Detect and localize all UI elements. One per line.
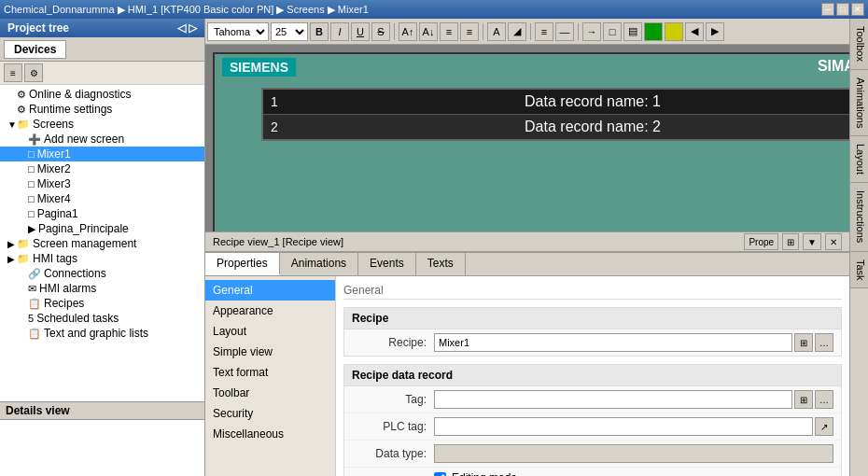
tag-more-btn[interactable]: … (815, 390, 833, 409)
tree-toolbar-btn-1[interactable]: ≡ (4, 63, 22, 82)
tab-texts[interactable]: Texts (416, 253, 466, 275)
toolbox-tab[interactable]: Toolbox (850, 19, 868, 70)
window-controls[interactable]: ─ □ ✕ (821, 3, 864, 16)
maximize-button[interactable]: □ (836, 3, 849, 16)
font-size-select[interactable]: 25 (271, 22, 308, 41)
status-btn-3[interactable]: ▼ (803, 233, 821, 250)
tag-input[interactable] (434, 390, 792, 409)
details-view-header: Details view (0, 401, 204, 420)
tree-item-screens[interactable]: ▼📁 Screens (0, 117, 204, 132)
recipe-num-1: 1 (271, 94, 299, 109)
data-record-group-title: Recipe data record (344, 365, 841, 386)
tree-item-online-diagnostics[interactable]: ⚙ Online & diagnostics (0, 87, 204, 102)
plc-tag-arrow-btn[interactable]: ↗ (815, 417, 833, 436)
minimize-button[interactable]: ─ (821, 3, 834, 16)
underline-button[interactable]: U (351, 22, 370, 41)
sidebar-item-layout[interactable]: Layout (205, 321, 335, 342)
close-button[interactable]: ✕ (851, 3, 864, 16)
canvas-area: SIEMENS SIMATIC PANEL 1 Data record name… (205, 45, 849, 231)
data-type-input[interactable] (434, 444, 833, 463)
insert-button[interactable]: → (582, 22, 601, 41)
tree-item-add-new-screen[interactable]: ➕ Add new screen (0, 132, 204, 147)
color-swatch-4[interactable]: ▶ (706, 22, 724, 41)
tree-item-mixer1[interactable]: □ Mixer1 (0, 147, 204, 161)
tree-label-text-graphic-lists: Text and graphic lists (44, 327, 148, 340)
properties-content: General Appearance Layout Simple view Te… (205, 276, 849, 476)
tree-item-connections[interactable]: 🔗 Connections (0, 266, 204, 281)
properties-button[interactable]: Prope (744, 233, 778, 250)
instructions-tab[interactable]: Instructions (850, 183, 868, 251)
color-swatch-2[interactable] (665, 22, 683, 41)
tree-content: ⚙ Online & diagnostics⚙ Runtime settings… (0, 85, 204, 401)
sidebar-item-toolbar[interactable]: Toolbar (205, 383, 335, 403)
font-color-button[interactable]: A (487, 22, 506, 41)
tree-icon-pagina1: □ (28, 208, 35, 219)
recipe-browse-btn[interactable]: ⊞ (794, 333, 813, 352)
tree-icon-pagina-principale: ▶ (28, 223, 35, 235)
status-btn-4[interactable]: ✕ (825, 233, 842, 250)
color-swatch-3[interactable]: ◀ (685, 22, 704, 41)
tree-label-scheduled-tasks: Scheduled tasks (36, 312, 119, 325)
rect-button[interactable]: □ (603, 22, 622, 41)
recipe-input[interactable] (434, 333, 792, 352)
right-panel: Toolbox Animations Layout Instructions T… (849, 19, 868, 476)
tree-item-hmi-tags[interactable]: ▶📁 HMI tags (0, 251, 204, 266)
tree-toolbar-btn-2[interactable]: ⚙ (24, 63, 43, 82)
tree-item-screen-management[interactable]: ▶📁 Screen management (0, 236, 204, 251)
tree-item-scheduled-tasks[interactable]: 5 Scheduled tasks (0, 311, 204, 326)
animations-tab[interactable]: Animations (850, 70, 868, 136)
recipe-row-2[interactable]: 2 Data record name: 2 (263, 115, 849, 139)
toolbar-separator-3 (530, 23, 531, 40)
plc-tag-input-row: ↗ (434, 417, 833, 436)
layout-tab[interactable]: Layout (850, 136, 868, 183)
project-tree-toggle[interactable]: ◁ ▷ (177, 21, 197, 35)
tag-browse-btn[interactable]: ⊞ (794, 390, 813, 409)
strikethrough-button[interactable]: S (371, 22, 390, 41)
tree-label-hmi-alarms: HMI alarms (39, 282, 96, 295)
font-size-up-button[interactable]: A↑ (399, 22, 417, 41)
tree-toggle-screens: ▼ (7, 119, 17, 130)
tree-item-hmi-alarms[interactable]: ✉ HMI alarms (0, 281, 204, 296)
recipe-row-1[interactable]: 1 Data record name: 1 (263, 90, 849, 115)
tree-item-mixer4[interactable]: □ Mixer4 (0, 191, 204, 206)
devices-tab[interactable]: Devices (4, 40, 66, 59)
task-tab[interactable]: Task (850, 252, 868, 289)
color-swatch-1[interactable] (644, 22, 663, 41)
tab-events[interactable]: Events (358, 253, 416, 275)
list-button[interactable]: ≡ (535, 22, 553, 41)
font-select[interactable]: Tahoma (207, 22, 269, 41)
tree-label-mixer4: Mixer4 (37, 192, 71, 205)
plc-tag-label: PLC tag: (352, 420, 427, 433)
tree-item-mixer2[interactable]: □ Mixer2 (0, 161, 204, 176)
sidebar-item-simple-view[interactable]: Simple view (205, 342, 335, 362)
tree-item-mixer3[interactable]: □ Mixer3 (0, 176, 204, 191)
plc-tag-input[interactable] (434, 417, 813, 436)
italic-button[interactable]: I (330, 22, 349, 41)
tree-item-pagina1[interactable]: □ Pagina1 (0, 206, 204, 221)
status-btn-2[interactable]: ⊞ (782, 233, 799, 250)
sidebar-item-security[interactable]: Security (205, 403, 335, 424)
table-button[interactable]: ▤ (623, 22, 642, 41)
status-bar-right: Prope ⊞ ▼ ✕ (744, 233, 842, 250)
font-size-down-button[interactable]: A↓ (419, 22, 438, 41)
bg-color-button[interactable]: ◢ (508, 22, 526, 41)
tree-icon-hmi-alarms: ✉ (28, 283, 36, 295)
sidebar-item-text-format[interactable]: Text format (205, 362, 335, 383)
align-center-button[interactable]: ≡ (460, 22, 479, 41)
tree-item-runtime-settings[interactable]: ⚙ Runtime settings (0, 102, 204, 117)
tab-animations[interactable]: Animations (280, 253, 358, 275)
sidebar-item-appearance[interactable]: Appearance (205, 301, 335, 321)
tree-item-text-graphic-lists[interactable]: 📋 Text and graphic lists (0, 326, 204, 341)
tab-properties[interactable]: Properties (205, 253, 280, 275)
editing-mode-checkbox[interactable] (434, 472, 446, 477)
bold-button[interactable]: B (310, 22, 329, 41)
recipe-view-label: Recipe view_1 [Recipe view] (213, 236, 343, 247)
tree-icon-add-new-screen: ➕ (28, 133, 41, 146)
sidebar-item-general[interactable]: General (205, 280, 335, 301)
tree-item-recipes[interactable]: 📋 Recipes (0, 296, 204, 311)
sidebar-item-miscellaneous[interactable]: Miscellaneous (205, 424, 335, 444)
dash-button[interactable]: — (555, 22, 574, 41)
tree-item-pagina-principale[interactable]: ▶ Pagina_Principale (0, 221, 204, 236)
align-left-button[interactable]: ≡ (440, 22, 458, 41)
recipe-more-btn[interactable]: … (815, 333, 833, 352)
